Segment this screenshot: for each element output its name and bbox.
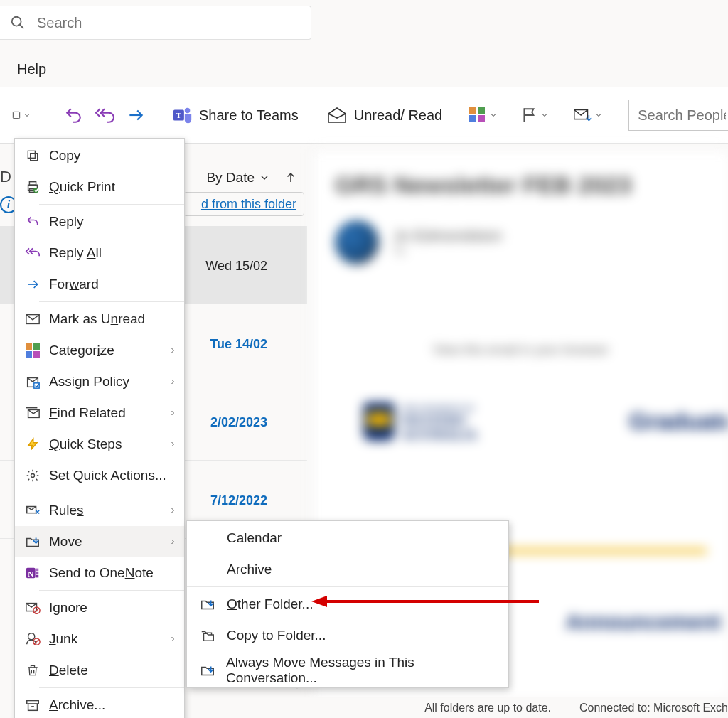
svg-rect-17 [29, 182, 36, 186]
submenu-other-folder[interactable]: Other Folder... [187, 589, 508, 620]
submenu-always-move[interactable]: Always Move Messages in This Conversatio… [187, 655, 508, 686]
submenu-copy-to-folder[interactable]: Copy to Folder... [187, 620, 508, 651]
menu-reply[interactable]: Reply [15, 206, 184, 237]
menu-forward[interactable]: Forward [15, 269, 184, 300]
svg-rect-23 [33, 343, 40, 350]
menu-delete[interactable]: Delete [15, 655, 184, 686]
svg-rect-8 [478, 107, 485, 114]
status-folders: All folders are up to date. [424, 702, 551, 714]
menu-ignore[interactable]: Ignore [15, 592, 184, 623]
menu-move[interactable]: Move [15, 526, 184, 557]
onenote-icon: N [23, 565, 42, 581]
global-search[interactable] [0, 6, 311, 40]
menu-label: Reply All [49, 245, 102, 261]
envelope-stack-icon [23, 406, 42, 420]
uwa-logo: THE UNIVERSITY OFWESTERNAUSTRALIA [363, 400, 477, 442]
svg-point-31 [31, 474, 35, 478]
tab-bar: Help [0, 53, 46, 85]
menu-label: Assign Policy [49, 374, 129, 390]
policy-icon [23, 374, 42, 390]
chevron-right-icon [168, 345, 177, 355]
menu-send-to-onenote[interactable]: N Send to OneNote [15, 557, 184, 589]
menu-categorize[interactable]: Categorize [15, 335, 184, 366]
move-to-folder-icon [198, 663, 216, 678]
svg-rect-22 [26, 343, 32, 350]
forward-icon [23, 277, 42, 291]
move-to-folder-icon [23, 534, 42, 550]
chevron-right-icon [168, 408, 177, 418]
submenu-archive[interactable]: Archive [187, 554, 508, 585]
menu-label: Send to OneNote [49, 565, 154, 581]
menu-copy[interactable]: Copy [15, 140, 184, 171]
svg-text:T: T [176, 111, 182, 119]
message-date: Tue 14/02 [210, 337, 267, 352]
message-date: 2/02/2023 [210, 415, 267, 430]
view-in-browser-link[interactable]: View this email in your browser [335, 343, 707, 358]
menu-label: Delete [49, 663, 88, 678]
chevron-down-icon [489, 111, 498, 119]
menu-mark-unread[interactable]: Mark as Unread [15, 304, 184, 335]
to-label: To [393, 245, 502, 258]
menu-label: Quick Print [49, 179, 115, 195]
graduate-text: Graduate [629, 407, 728, 435]
menu-label: Find Related [49, 405, 126, 421]
unread-read-button[interactable]: Unread/ Read [320, 98, 449, 132]
trash-icon [23, 663, 42, 678]
categorize-button[interactable] [464, 98, 502, 132]
move-to-folder-icon [198, 596, 217, 612]
svg-rect-37 [36, 572, 39, 574]
ignore-icon [23, 601, 42, 615]
copy-icon [23, 149, 42, 163]
submenu-label: Calendar [227, 530, 282, 546]
redo-button[interactable] [121, 98, 151, 132]
menu-quick-steps[interactable]: Quick Steps [15, 429, 184, 460]
share-to-teams-label: Share to Teams [199, 107, 299, 124]
menu-reply-all[interactable]: Reply All [15, 237, 184, 269]
chevron-down-icon [259, 172, 270, 183]
submenu-label: Other Folder... [227, 596, 313, 612]
svg-point-42 [28, 633, 35, 640]
menu-archive[interactable]: Archive... [15, 690, 184, 718]
tab-help[interactable]: Help [17, 61, 46, 77]
menu-label: Junk [49, 631, 77, 647]
rules-icon [23, 503, 42, 518]
menu-label: Reply [49, 214, 84, 230]
svg-point-0 [12, 17, 21, 26]
submenu-label: Always Move Messages in This Conversatio… [226, 655, 498, 686]
search-input[interactable] [36, 14, 311, 32]
submenu-calendar[interactable]: Calendar [187, 523, 508, 554]
menu-label: Mark as Unread [49, 311, 145, 327]
gear-icon [23, 468, 42, 483]
envelope-open-icon [326, 105, 348, 125]
flag-button[interactable] [516, 98, 553, 132]
sort-by-date[interactable]: By Date [206, 170, 270, 186]
menu-set-quick-actions[interactable]: Set Quick Actions... [15, 460, 184, 491]
undo-button[interactable] [58, 98, 88, 132]
menu-find-related[interactable]: Find Related [15, 397, 184, 429]
menu-junk[interactable]: Junk [15, 623, 184, 655]
reply-all-icon [23, 246, 42, 260]
email-subject: GRS Newsletter FEB 2023 [335, 171, 707, 199]
chevron-right-icon [168, 377, 177, 387]
lightning-icon [23, 436, 42, 452]
svg-line-1 [20, 25, 24, 29]
search-people-input[interactable] [628, 100, 728, 131]
folder-link[interactable]: d from this folder [201, 197, 296, 212]
menu-label: Set Quick Actions... [49, 468, 166, 483]
share-to-teams-button[interactable]: T Share to Teams [166, 98, 304, 132]
send-receive-button[interactable] [567, 98, 607, 132]
print-icon [23, 179, 42, 195]
search-icon [10, 15, 36, 31]
menu-label: Move [49, 534, 82, 550]
menu-rules[interactable]: Rules [15, 495, 184, 526]
ribbon-dropdown-1[interactable] [7, 98, 36, 132]
menu-assign-policy[interactable]: Assign Policy [15, 366, 184, 397]
ribbon: T Share to Teams Unread/ Read [0, 87, 728, 144]
menu-label: Quick Steps [49, 436, 122, 452]
menu-quick-print[interactable]: Quick Print [15, 171, 184, 203]
svg-rect-25 [33, 351, 40, 358]
svg-rect-7 [469, 107, 476, 114]
sort-direction-button[interactable] [284, 170, 297, 186]
svg-point-6 [185, 108, 191, 114]
undo-all-button[interactable] [88, 98, 121, 132]
